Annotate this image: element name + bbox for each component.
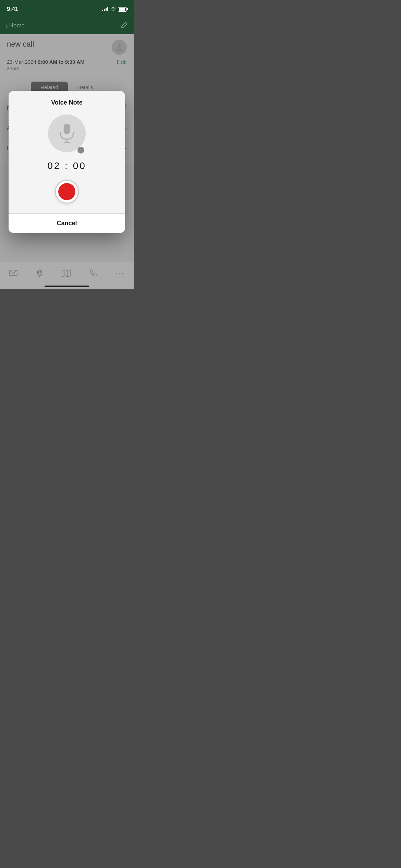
status-bar: 9:41 xyxy=(0,0,134,17)
back-button[interactable]: ‹ Home xyxy=(5,22,25,29)
wifi-icon xyxy=(110,7,116,12)
nav-bar: ‹ Home xyxy=(0,17,134,34)
mic-button-container xyxy=(48,114,86,152)
home-indicator xyxy=(45,286,89,287)
svg-rect-13 xyxy=(64,123,70,134)
edit-icon[interactable] xyxy=(121,21,128,31)
status-icons xyxy=(102,7,127,12)
record-button[interactable] xyxy=(55,180,79,204)
modal-cancel-row: Cancel xyxy=(9,213,125,233)
modal-body: Voice Note 02 : 00 xyxy=(9,91,125,213)
cancel-button[interactable]: Cancel xyxy=(9,214,125,233)
signal-icon xyxy=(102,7,108,11)
recording-dot xyxy=(77,147,84,154)
modal-title: Voice Note xyxy=(51,99,83,106)
record-inner-dot xyxy=(58,183,75,200)
voice-note-modal: Voice Note 02 : 00 xyxy=(9,91,125,233)
status-time: 9:41 xyxy=(7,6,18,13)
mic-circle-button[interactable] xyxy=(48,114,86,152)
back-label: Home xyxy=(9,22,25,29)
chevron-left-icon: ‹ xyxy=(5,22,8,29)
battery-icon xyxy=(118,7,127,12)
voice-note-modal-wrapper: Voice Note 02 : 00 xyxy=(0,34,134,289)
timer-display: 02 : 00 xyxy=(47,160,86,171)
main-content: new call 23-Mar-2024 9:00 AM to 9:30 AM … xyxy=(0,34,134,289)
